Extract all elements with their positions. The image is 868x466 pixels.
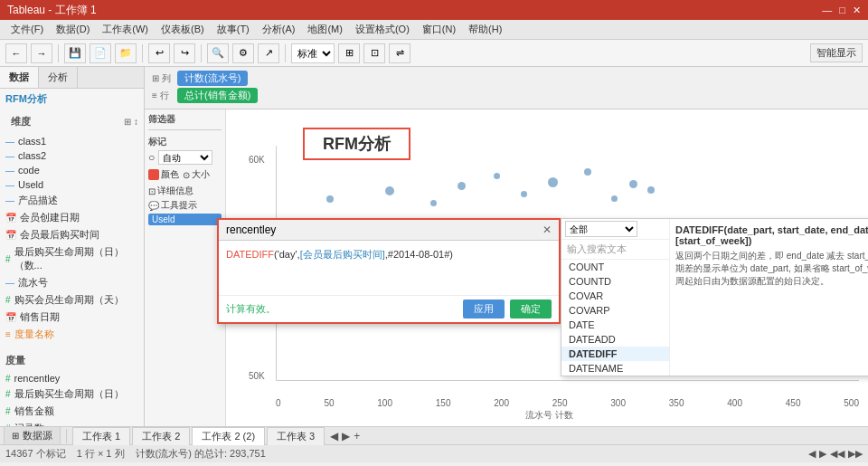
dataset-name[interactable]: RFM分析 (0, 89, 144, 109)
redo-button[interactable]: ↪ (174, 43, 195, 63)
tab-analysis[interactable]: 分析 (39, 67, 78, 88)
menu-help[interactable]: 帮助(H) (463, 21, 507, 38)
autocomplete-item-covar[interactable]: COVAR (561, 289, 669, 303)
autocomplete-item-dateadd[interactable]: DATEADD (561, 332, 669, 347)
settings-button[interactable]: ⚙ (232, 43, 254, 63)
dim-icon-last-life: # (5, 254, 11, 264)
measures-section: 度量 # rencentley # 最后购买生命周期（日） # 销售金额 # 记… (0, 350, 144, 426)
formula-apply-button[interactable]: 应用 (463, 300, 505, 319)
dim-last-buy[interactable]: 📅 会员最后购买时间 (0, 226, 144, 243)
measure-sales[interactable]: # 销售金额 (0, 403, 144, 420)
tab-sheet3[interactable]: 工作表 3 (267, 427, 325, 445)
autocomplete-item-countd[interactable]: COUNTD (561, 274, 669, 289)
open-button[interactable]: 📁 (115, 43, 137, 63)
next-tab-icon[interactable]: ▶ (342, 430, 350, 442)
fix-button[interactable]: ⊡ (363, 43, 385, 63)
dim-product[interactable]: — 产品描述 (0, 192, 144, 209)
menu-window[interactable]: 窗口(N) (417, 21, 461, 38)
marks-color[interactable]: 颜色 (148, 168, 179, 181)
scatter-dot-2 (385, 186, 394, 195)
status-next-btn[interactable]: ▶ (819, 448, 826, 460)
dim-userid[interactable]: — Useld (0, 177, 144, 192)
tab-sheet2[interactable]: 工作表 2 (132, 427, 190, 445)
x-label-300: 300 (610, 398, 626, 408)
menu-analysis[interactable]: 分析(A) (257, 21, 301, 38)
tab-data[interactable]: 数据 (0, 67, 39, 88)
share-button[interactable]: ↗ (258, 43, 279, 63)
marks-auto-row: ○ 自动 (148, 150, 222, 165)
autocomplete-item-datename[interactable]: DATENAME (561, 361, 669, 376)
share2-button[interactable]: ⇌ (389, 43, 410, 63)
dim-flowno[interactable]: — 流水号 (0, 274, 144, 291)
formula-ok-button[interactable]: 确定 (510, 300, 552, 319)
menu-dashboard[interactable]: 仪表板(B) (156, 21, 210, 38)
autocomplete-item-count[interactable]: COUNT (561, 260, 669, 274)
cols-label: ⊞ 列 (152, 72, 174, 85)
menu-story[interactable]: 故事(T) (212, 21, 255, 38)
dim-create-date[interactable]: 📅 会员创建日期 (0, 209, 144, 226)
menu-worksheet[interactable]: 工作表(W) (97, 21, 154, 38)
cols-pill[interactable]: 计数(流水号) (177, 71, 248, 86)
measure-rencentley[interactable]: # rencentley (0, 371, 144, 385)
search-button[interactable]: 🔍 (207, 43, 229, 63)
dimensions-controls[interactable]: ⊞ ↕ (124, 117, 138, 127)
autocomplete-search[interactable]: 输入搜索文本 (561, 240, 669, 260)
menu-map[interactable]: 地图(M) (302, 21, 348, 38)
dim-last-life[interactable]: # 最后购买生命周期（日）（数... (0, 243, 144, 274)
autocomplete-item-date[interactable]: DATE (561, 318, 669, 332)
autocomplete-right: DATEDIFF(date_part, start_date, end_date… (670, 219, 868, 376)
datasource-tab[interactable]: ⊞ 数据源 (4, 426, 61, 445)
formula-close-button[interactable]: ✕ (542, 223, 552, 236)
autocomplete-filter-select[interactable]: 全部 (565, 221, 637, 237)
view-select[interactable]: 标准 (291, 43, 335, 63)
tab-sheet1[interactable]: 工作表 1 (72, 427, 130, 445)
maximize-button[interactable]: □ (839, 5, 845, 16)
title-bar-title: Tableau - 工作簿 1 (7, 3, 97, 18)
main-layout: 数据 分析 RFM分析 维度 ⊞ ↕ — class1 — class2 — c… (0, 67, 868, 426)
formula-name-input[interactable] (226, 223, 542, 236)
autocomplete-item-datediff[interactable]: DATEDIFF (561, 347, 669, 361)
autocomplete-item-covarp[interactable]: COVARP (561, 303, 669, 318)
dim-measure-name[interactable]: ≡ 度量名称 (0, 326, 144, 343)
marks-tooltip[interactable]: 💬 工具提示 (148, 199, 222, 212)
dimensions-title: 维度 (5, 111, 36, 132)
menu-file[interactable]: 文件(F) (5, 21, 49, 38)
back-button[interactable]: ← (5, 43, 27, 63)
status-first-btn[interactable]: ◀◀ (830, 448, 844, 460)
menu-data[interactable]: 数据(D) (51, 21, 95, 38)
marks-detail[interactable]: ⊡ 详细信息 (148, 185, 222, 197)
status-records: 14367 个标记 (5, 447, 66, 461)
minimize-button[interactable]: — (822, 5, 832, 16)
dim-class1[interactable]: — class1 (0, 134, 144, 148)
smart-display-button[interactable]: 智能显示 (810, 43, 863, 62)
dim-sale-date[interactable]: 📅 销售日期 (0, 309, 144, 326)
tab-sheet2-2[interactable]: 工作表 2 (2) (192, 427, 265, 445)
useid-pill[interactable]: Useld (148, 214, 222, 225)
dim-icon-userid: — (5, 180, 14, 190)
rows-pill[interactable]: 总计(销售金额) (177, 88, 258, 103)
measure-last-buy-life[interactable]: # 最后购买生命周期（日） (0, 385, 144, 403)
dim-class2[interactable]: — class2 (0, 148, 144, 163)
menu-format[interactable]: 设置格式(O) (350, 21, 415, 38)
fit-button[interactable]: ⊞ (338, 43, 360, 63)
datasource-icon: ⊞ (12, 431, 19, 441)
prev-tab-icon[interactable]: ◀ (330, 430, 338, 442)
save-button[interactable]: 💾 (64, 43, 86, 63)
add-tab-icon[interactable]: + (354, 430, 360, 442)
new-button[interactable]: 📄 (90, 43, 111, 63)
status-last-btn[interactable]: ▶▶ (848, 448, 863, 460)
title-bar-controls[interactable]: — □ ✕ (822, 5, 861, 16)
dim-member-life[interactable]: # 购买会员生命周期（天） (0, 291, 144, 309)
close-button[interactable]: ✕ (853, 5, 861, 16)
measure-icon-sales: # (5, 406, 11, 416)
marks-size[interactable]: ⊙ 大小 (183, 168, 210, 181)
scatter-dot-3 (430, 200, 437, 206)
marks-type-select[interactable]: 自动 (158, 150, 212, 165)
forward-button[interactable]: → (31, 43, 52, 63)
dim-code[interactable]: — code (0, 163, 144, 177)
measure-records[interactable]: # 记录数 (0, 420, 144, 426)
measures-title: 度量 (0, 350, 144, 371)
status-prev-btn[interactable]: ◀ (808, 448, 816, 460)
status-rows-cols: 1 行 × 1 列 (77, 447, 125, 461)
undo-button[interactable]: ↩ (148, 43, 170, 63)
